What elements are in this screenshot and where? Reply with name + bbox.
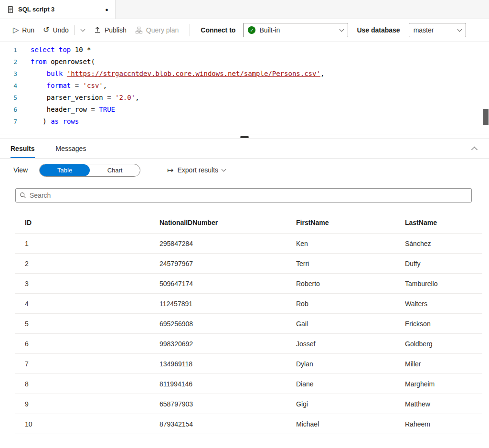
line-number: 5	[0, 92, 31, 104]
query-plan-button[interactable]: Query plan	[131, 22, 183, 38]
column-header[interactable]: FirstName	[296, 219, 405, 226]
table-row[interactable]: 4112457891RobWalters	[15, 294, 482, 314]
table-row[interactable]: 9658797903GigiMatthew	[15, 394, 482, 414]
table-row[interactable]: 3509647174RobertoTamburello	[15, 274, 482, 294]
splitter-handle-icon[interactable]	[240, 136, 249, 138]
view-toggle-table[interactable]: Table	[40, 164, 90, 176]
code-token	[31, 70, 47, 77]
table-cell: Margheim	[405, 380, 482, 388]
pane-splitter[interactable]	[0, 135, 489, 139]
table-cell: 9	[25, 400, 159, 408]
line-number: 7	[0, 116, 31, 128]
collapse-results-button[interactable]	[472, 139, 477, 158]
table-cell: 245797967	[159, 260, 296, 267]
table-row[interactable]: 1295847284KenSánchez	[15, 234, 482, 254]
tab-bar: SQL script 3 ●	[0, 0, 489, 19]
code-token: select	[31, 46, 55, 53]
code-line[interactable]: 5 parser_version = '2.0',	[0, 92, 489, 104]
table-row[interactable]: 6998320692JossefGoldberg	[15, 334, 482, 354]
tab-results[interactable]: Results	[11, 139, 35, 158]
table-row[interactable]: 10879342154MichaelRaheem	[15, 414, 482, 434]
table-cell: 6	[25, 340, 159, 348]
table-cell: Goldberg	[405, 340, 482, 348]
table-cell: Michael	[296, 420, 405, 428]
table-cell: Dylan	[296, 360, 405, 368]
table-cell: Erickson	[405, 320, 482, 328]
code-line[interactable]: 4 format = 'csv',	[0, 80, 489, 92]
code-token: =	[71, 82, 83, 89]
tab-messages[interactable]: Messages	[56, 139, 86, 158]
table-cell: Ken	[296, 240, 405, 247]
view-label: View	[13, 166, 28, 174]
table-row[interactable]: 8811994146DianeMargheim	[15, 374, 482, 394]
code-line[interactable]: 3 bulk 'https://strgaccntdev.blob.core.w…	[0, 68, 489, 80]
line-number: 6	[0, 104, 31, 116]
table-cell: 695256908	[159, 320, 296, 328]
connection-dropdown[interactable]: ✓ Built-in	[243, 23, 348, 37]
code-token: parser_version =	[31, 94, 115, 101]
search-input[interactable]	[30, 192, 468, 199]
table-cell: Matthew	[405, 400, 482, 408]
code-text: select top 10 *	[31, 44, 91, 56]
code-line[interactable]: 1select top 10 *	[0, 44, 489, 56]
table-cell: Walters	[405, 300, 482, 308]
table-cell: Raheem	[405, 420, 482, 428]
chevron-down-icon	[340, 27, 344, 32]
view-toggle-chart[interactable]: Chart	[90, 164, 140, 176]
tab-sql-script[interactable]: SQL script 3 ●	[0, 0, 116, 19]
messages-tab-label: Messages	[56, 145, 86, 152]
table-cell: Tamburello	[405, 280, 482, 288]
column-header[interactable]: NationalIDNumber	[159, 219, 296, 226]
code-token	[55, 46, 59, 53]
chevron-down-icon	[457, 27, 462, 32]
table-cell: 998320692	[159, 340, 296, 348]
database-dropdown[interactable]: master	[409, 23, 466, 37]
table-row[interactable]: 7134969118DylanMiller	[15, 354, 482, 374]
connection-value: Built-in	[259, 26, 280, 34]
code-line[interactable]: 2from openrowset(	[0, 56, 489, 68]
code-token: TRUE	[99, 106, 115, 113]
table-cell: 2	[25, 260, 159, 267]
view-toggle: Table Chart	[39, 164, 140, 177]
column-header[interactable]: LastName	[405, 219, 482, 226]
code-token: rows	[63, 117, 79, 125]
run-button[interactable]: ▷ Run	[9, 22, 39, 38]
code-token: header_row =	[31, 106, 99, 113]
tab-title: SQL script 3	[18, 6, 54, 13]
table-cell: Diane	[296, 380, 405, 388]
table-cell: 112457891	[159, 300, 296, 308]
connected-check-icon: ✓	[248, 26, 255, 34]
code-line[interactable]: 6 header_row = TRUE	[0, 104, 489, 116]
code-text: header_row = TRUE	[31, 104, 115, 116]
editor-vertical-scrollbar[interactable]	[483, 109, 489, 125]
table-cell: Terri	[296, 260, 405, 267]
code-line[interactable]: 7 ) as rows	[0, 116, 489, 128]
more-actions-button[interactable]	[76, 22, 89, 38]
table-cell: 5	[25, 320, 159, 328]
run-label: Run	[22, 26, 34, 34]
export-results-label: Export results	[178, 166, 219, 174]
publish-button[interactable]: Publish	[89, 22, 131, 38]
table-cell: Miller	[405, 360, 482, 368]
code-token: as	[51, 117, 59, 125]
code-token: )	[31, 117, 51, 125]
export-results-button[interactable]: ↦ Export results	[167, 166, 225, 175]
table-row[interactable]: 2245797967TerriDuffy	[15, 254, 482, 274]
code-text: ) as rows	[31, 116, 79, 128]
undo-label: Undo	[53, 26, 68, 34]
table-cell: 509647174	[159, 280, 296, 288]
column-header[interactable]: ID	[25, 219, 159, 226]
line-number: 2	[0, 56, 31, 68]
line-number: 1	[0, 44, 31, 56]
table-row[interactable]: 5695256908GailErickson	[15, 314, 482, 334]
results-body: 1295847284KenSánchez2245797967TerriDuffy…	[0, 234, 489, 434]
code-token: ,	[320, 70, 324, 77]
script-icon	[7, 6, 14, 13]
undo-icon: ↺	[43, 26, 49, 34]
sql-editor[interactable]: 1select top 10 *2from openrowset(3 bulk …	[0, 42, 489, 135]
search-box[interactable]	[15, 188, 472, 203]
table-cell: 10	[25, 420, 159, 428]
undo-button[interactable]: ↺ Undo	[39, 22, 73, 38]
table-cell: 7	[25, 360, 159, 368]
run-icon: ▷	[13, 26, 19, 34]
